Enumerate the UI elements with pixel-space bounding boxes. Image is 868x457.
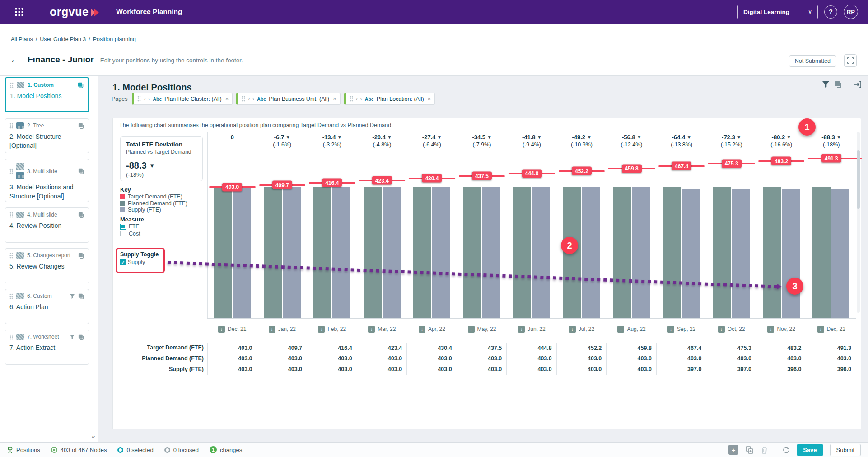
month-drilldown-icon[interactable]: ↓	[617, 326, 624, 333]
supply-bar[interactable]	[482, 187, 500, 318]
drag-handle-icon[interactable]	[9, 212, 13, 218]
month-drilldown-icon[interactable]: ↓	[468, 326, 475, 333]
supply-bar[interactable]	[831, 189, 849, 318]
planned-demand-bar[interactable]	[364, 187, 382, 318]
close-icon[interactable]: ×	[333, 95, 336, 102]
measure-checkbox[interactable]	[120, 231, 126, 236]
dataset-indicator[interactable]: Positions	[7, 447, 40, 453]
chevron-right-icon[interactable]: ›	[252, 96, 254, 102]
planned-demand-bar[interactable]	[812, 187, 831, 318]
breadcrumb-item[interactable]: User Guide Plan 3	[40, 36, 86, 42]
table-cell: 403.0	[756, 353, 807, 364]
supply-bar[interactable]	[383, 187, 401, 318]
breadcrumb-item[interactable]: Position planning	[93, 36, 136, 42]
deviation-card-title: Total FTE Deviation	[126, 141, 197, 148]
sidebar-collapse-button[interactable]: «	[92, 433, 95, 440]
sidebar-slide-6[interactable]: 6. Custom6. Action Plan	[5, 289, 89, 324]
chevron-left-icon[interactable]: ‹	[356, 96, 358, 102]
back-button[interactable]: ←	[10, 54, 19, 65]
page-filter-chip[interactable]: ‹›AbcPlan Role Cluster: (All)×	[132, 93, 233, 105]
duplicate-node-icon[interactable]	[746, 446, 754, 454]
sidebar-slide-3[interactable]: 3. Multi slide3. Model Positions and Str…	[5, 159, 89, 202]
supply-bar[interactable]	[332, 187, 350, 318]
month-drilldown-icon[interactable]: ↓	[318, 326, 325, 333]
page-filter-chip[interactable]: ‹›AbcPlan Business Unit: (All)×	[236, 93, 341, 105]
help-button[interactable]: ?	[824, 5, 837, 19]
supply-bar[interactable]	[233, 187, 251, 318]
month-drilldown-icon[interactable]: ↓	[269, 326, 275, 333]
y-axis-line	[207, 132, 208, 318]
month-drilldown-icon[interactable]: ↓	[518, 326, 525, 333]
chevron-left-icon[interactable]: ‹	[144, 96, 145, 102]
supply-bar[interactable]	[283, 187, 301, 318]
drag-handle-icon[interactable]	[10, 82, 14, 88]
month-drilldown-icon[interactable]: ↓	[767, 326, 774, 333]
sidebar-slide-4[interactable]: 4. Multi slide4. Review Position	[5, 207, 89, 243]
drag-handle-icon[interactable]	[137, 96, 141, 102]
drag-handle-icon[interactable]	[350, 96, 353, 102]
supply-bar[interactable]	[632, 187, 650, 318]
planned-demand-bar[interactable]	[513, 187, 531, 318]
drag-handle-icon[interactable]	[242, 96, 245, 102]
planned-demand-bar[interactable]	[613, 187, 631, 318]
table-cell: 467.4	[657, 343, 707, 353]
breadcrumb-item[interactable]: All Plans	[11, 36, 33, 42]
delete-node-icon[interactable]	[761, 446, 768, 454]
chevron-right-icon[interactable]: ›	[148, 96, 150, 102]
planned-demand-bar[interactable]	[264, 187, 282, 318]
workspace-selector[interactable]: Digital Learning ∨	[737, 5, 818, 19]
app-grid-icon[interactable]	[14, 7, 23, 16]
save-button[interactable]: Save	[797, 444, 822, 456]
drag-handle-icon[interactable]	[9, 293, 13, 299]
planned-demand-bar[interactable]	[463, 187, 481, 318]
chart-panel: The following chart summarises the opera…	[112, 118, 861, 429]
chevron-left-icon[interactable]: ‹	[248, 96, 250, 102]
planned-demand-bar[interactable]	[413, 187, 431, 318]
drag-handle-icon[interactable]	[9, 253, 13, 259]
sidebar-slide-5[interactable]: 5. Changes report5. Review Changes	[5, 248, 89, 283]
chart-scrollbar[interactable]	[857, 132, 860, 313]
planned-demand-bar[interactable]	[713, 187, 731, 318]
fullscreen-button[interactable]	[844, 54, 857, 67]
month-drilldown-icon[interactable]: ↓	[419, 326, 425, 333]
month-drilldown-icon[interactable]: ↓	[718, 326, 725, 333]
drag-handle-icon[interactable]	[9, 168, 13, 174]
deviation-card-subtitle: Planned vs Target Demand	[126, 149, 197, 155]
submit-button[interactable]: Submit	[830, 444, 861, 456]
planned-demand-bar[interactable]	[313, 187, 331, 318]
supply-bar[interactable]	[432, 187, 450, 318]
planned-demand-bar[interactable]	[214, 187, 232, 318]
slide-card-header: 4. Multi slide	[9, 212, 84, 218]
month-drilldown-icon[interactable]: ↓	[218, 326, 225, 333]
supply-bar[interactable]	[582, 187, 600, 318]
supply-bar[interactable]	[532, 187, 550, 318]
close-icon[interactable]: ×	[428, 95, 431, 102]
month-drilldown-icon[interactable]: ↓	[667, 326, 674, 333]
planned-demand-bar[interactable]	[763, 187, 781, 318]
drag-handle-icon[interactable]	[9, 334, 13, 340]
month-drilldown-icon[interactable]: ↓	[569, 326, 576, 333]
slides-icon[interactable]	[835, 81, 842, 88]
refresh-icon[interactable]	[783, 446, 790, 453]
supply-bar[interactable]	[682, 189, 700, 318]
month-drilldown-icon[interactable]: ↓	[817, 326, 824, 333]
page-filter-chip[interactable]: ‹›AbcPlan Location: (All)×	[344, 93, 435, 105]
filter-icon[interactable]	[822, 81, 829, 88]
supply-checkbox[interactable]: ✓	[120, 259, 126, 265]
export-icon[interactable]	[854, 81, 862, 88]
drag-handle-icon[interactable]	[9, 123, 13, 129]
chevron-right-icon[interactable]: ›	[360, 96, 362, 102]
add-node-button[interactable]: +	[728, 445, 738, 455]
sidebar-slide-7[interactable]: 7. Worksheet7. Action Extract	[5, 330, 89, 365]
planned-demand-bar[interactable]	[663, 187, 681, 318]
avatar[interactable]: RP	[844, 5, 858, 19]
supply-bar[interactable]	[732, 189, 750, 318]
sidebar-slide-1[interactable]: 1. Custom1. Model Positions	[5, 77, 89, 112]
slide-card-header: 1. Custom	[10, 82, 84, 88]
target-demand-label: 437.5	[472, 172, 492, 180]
month-drilldown-icon[interactable]: ↓	[368, 326, 375, 333]
sidebar-slide-2[interactable]: 2. Tree2. Model Structure [Optional]	[5, 118, 89, 153]
supply-bar[interactable]	[782, 189, 800, 318]
measure-checkbox[interactable]	[120, 224, 126, 230]
close-icon[interactable]: ×	[225, 95, 229, 102]
